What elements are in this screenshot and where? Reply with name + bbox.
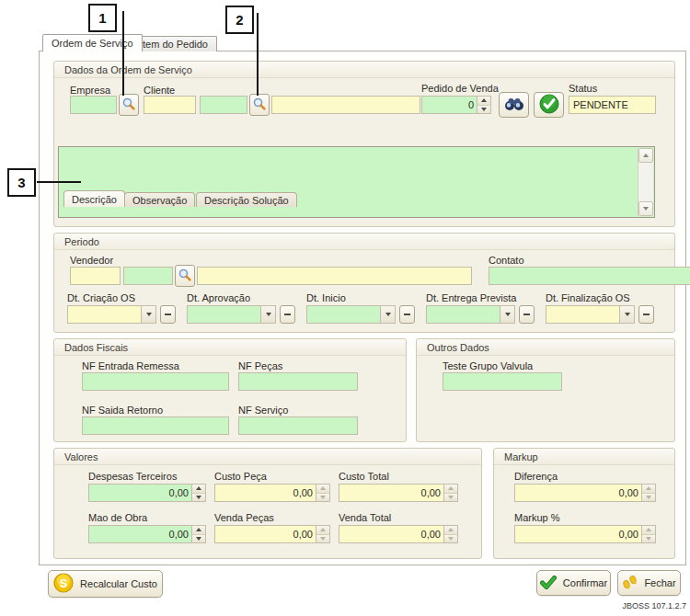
value: 0,00 [339,526,443,542]
callout-line-3 [37,181,81,183]
fechar-button[interactable]: Fechar [617,570,681,596]
dt-inicio-field[interactable] [306,305,396,324]
spin-down-button [444,535,457,543]
dt-finalizacao-label: Dt. Finalização OS [546,292,630,303]
despesas-terceiros-spinner[interactable]: 0,00 [88,484,206,502]
callout-box-2: 2 [225,6,254,34]
spin-up-button [444,526,457,535]
spin-down-button[interactable] [192,494,205,502]
callout-number: 2 [236,12,243,28]
search-button[interactable] [499,92,529,118]
status-field: PENDENTE [569,96,656,114]
dt-finalizacao-clear-button[interactable] [638,305,654,324]
nf-servico-label: NF Serviço [238,405,288,416]
pedido-venda-label: Pedido de Venda [421,83,499,94]
vendedor-name-field[interactable] [197,267,472,285]
empresa-lookup-button[interactable] [119,94,139,116]
chevron-down-icon[interactable] [141,306,155,323]
chevron-down-icon[interactable] [619,306,634,323]
spin-down-button[interactable] [477,106,490,114]
tab-ordem-de-servico[interactable]: Ordem de Serviço [42,34,143,51]
venda-pecas-label: Venda Peças [214,512,274,523]
dt-entrega-label: Dt. Entrega Prevista [426,292,516,303]
spin-down-button[interactable] [192,535,205,543]
callout-box-3: 3 [7,168,36,197]
spin-up-button[interactable] [192,526,205,535]
contato-field[interactable] [489,267,690,285]
nf-servico-field[interactable] [238,416,358,435]
tab-item-do-pedido[interactable]: Item do Pedido [131,36,217,51]
custo-total-spinner: 0,00 [339,484,458,502]
descricao-textarea[interactable] [58,146,655,218]
dt-criacao-label: Dt. Criação OS [67,292,135,303]
cliente-lookup-button[interactable] [249,94,270,116]
markup-pct-spinner: 0,00 [514,525,656,543]
cliente-code-field[interactable] [144,96,196,114]
empresa-label: Empresa [70,85,110,96]
minus-icon [404,314,410,315]
tab-observacao[interactable]: Observação [124,192,195,207]
custo-peca-spinner: 0,00 [214,484,330,502]
recalcular-custo-button[interactable]: S Recalcular Custo [48,570,163,598]
vendedor-code-field[interactable] [70,267,121,285]
status-label: Status [569,83,597,94]
scroll-down-button[interactable] [638,201,653,216]
group-valores: Valores Despesas Terceiros 0,00 Custo Pe… [53,448,482,559]
group-dados-ordem-servico: Dados da Ordem de Serviço Empresa Client… [53,61,675,227]
version-text: JBOSS 107.1.2.7 [622,601,686,610]
dt-aprovacao-field[interactable] [187,305,276,324]
tab-label: Descrição Solução [204,195,289,206]
group-title: Valores [54,449,481,465]
group-title: Outros Dados [417,339,674,356]
nf-entrada-field[interactable] [82,372,229,391]
tab-label: Item do Pedido [140,39,208,50]
tab-descricao-solucao[interactable]: Descrição Solução [196,192,297,207]
dt-entrega-field[interactable] [426,305,515,324]
dt-criacao-field[interactable] [67,305,156,324]
dt-criacao-clear-button[interactable] [160,305,176,324]
nf-saida-label: NF Saida Retorno [82,405,163,416]
callout-number: 3 [17,175,25,190]
chevron-down-icon[interactable] [260,306,275,323]
venda-total-spinner: 0,00 [339,525,458,543]
mao-de-obra-spinner[interactable]: 0,00 [88,525,206,543]
group-dados-fiscais: Dados Fiscais NF Entrada Remessa NF Peça… [53,338,407,442]
dt-inicio-clear-button[interactable] [399,305,415,324]
descricao-scrollbar[interactable] [638,148,653,216]
group-title: Periodo [54,234,674,250]
empresa-field[interactable] [70,96,117,114]
nf-saida-field[interactable] [82,416,229,435]
dt-aprovacao-clear-button[interactable] [280,305,295,324]
chevron-down-icon[interactable] [380,306,395,323]
tab-label: Ordem de Serviço [52,38,133,49]
dt-entrega-clear-button[interactable] [519,305,535,324]
nf-pecas-label: NF Peças [238,360,282,371]
footprints-icon [622,575,638,591]
magnifier-icon [252,97,267,113]
confirmar-button[interactable]: Confirmar [536,570,611,596]
pedido-venda-spinner[interactable]: 0 [421,96,491,114]
nf-pecas-field[interactable] [238,372,358,391]
coin-dollar-icon: S [53,573,74,595]
spin-up-button[interactable] [192,485,205,494]
vendedor-lookup-button[interactable] [175,265,195,287]
custo-peca-label: Custo Peça [214,471,267,482]
callout-line-1 [122,11,124,96]
cliente-name-field[interactable] [271,96,420,114]
tab-descricao[interactable]: Descrição [63,190,125,207]
teste-grupo-valvula-field[interactable] [443,372,562,391]
value: 0,00 [89,485,191,501]
status-ok-button[interactable] [534,92,564,118]
group-title: Markup [494,449,674,465]
scroll-up-button[interactable] [638,148,653,163]
spin-up-button [642,526,655,535]
magnifier-icon [121,97,136,113]
chevron-down-icon[interactable] [500,306,514,323]
cliente-id-field[interactable] [200,96,247,114]
value: 0,00 [339,485,443,501]
vendedor-id-field[interactable] [123,267,173,285]
spin-up-button[interactable] [477,97,490,106]
dt-finalizacao-field[interactable] [546,305,635,324]
spin-up-button [642,485,655,494]
value: 0,00 [215,485,316,501]
